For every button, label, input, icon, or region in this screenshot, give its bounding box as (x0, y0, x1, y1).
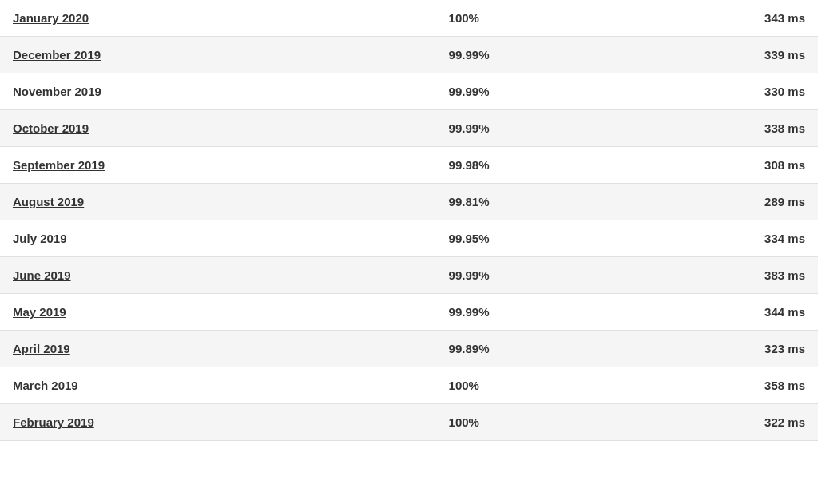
response-time-value: 343 ms (623, 11, 805, 25)
table-row: May 201999.99%344 ms (0, 294, 818, 331)
table-row: February 2019100%322 ms (0, 404, 818, 441)
month-link[interactable]: September 2019 (13, 158, 105, 172)
uptime-value: 99.81% (449, 195, 623, 208)
table-row: August 201999.81%289 ms (0, 184, 818, 220)
table-row: September 201999.98%308 ms (0, 147, 818, 184)
month-link[interactable]: August 2019 (13, 195, 84, 208)
response-time-value: 358 ms (623, 379, 805, 392)
response-time-value: 334 ms (623, 232, 805, 245)
month-link[interactable]: May 2019 (13, 305, 66, 319)
month-column: June 2019 (13, 268, 449, 282)
month-link[interactable]: March 2019 (13, 379, 78, 392)
month-link[interactable]: February 2019 (13, 415, 94, 429)
month-column: November 2019 (13, 85, 449, 98)
response-time-value: 322 ms (623, 415, 805, 429)
month-link[interactable]: January 2020 (13, 11, 89, 25)
uptime-value: 99.89% (449, 342, 623, 355)
uptime-value: 99.99% (449, 48, 623, 62)
uptime-value: 100% (449, 11, 623, 25)
table-row: December 201999.99%339 ms (0, 37, 818, 73)
uptime-value: 99.98% (449, 158, 623, 172)
month-link[interactable]: June 2019 (13, 268, 71, 282)
response-time-value: 383 ms (623, 268, 805, 282)
month-column: January 2020 (13, 11, 449, 25)
month-column: September 2019 (13, 158, 449, 172)
response-time-value: 344 ms (623, 305, 805, 319)
table-row: June 201999.99%383 ms (0, 257, 818, 294)
uptime-value: 99.99% (449, 268, 623, 282)
month-link[interactable]: November 2019 (13, 85, 101, 98)
month-column: April 2019 (13, 342, 449, 355)
table-row: April 201999.89%323 ms (0, 331, 818, 367)
response-time-value: 338 ms (623, 121, 805, 135)
month-column: February 2019 (13, 415, 449, 429)
table-row: July 201999.95%334 ms (0, 220, 818, 257)
table-row: January 2020100%343 ms (0, 0, 818, 37)
month-column: December 2019 (13, 48, 449, 62)
month-link[interactable]: December 2019 (13, 48, 101, 62)
table-row: November 201999.99%330 ms (0, 73, 818, 110)
table-row: March 2019100%358 ms (0, 367, 818, 404)
month-column: October 2019 (13, 121, 449, 135)
response-time-value: 308 ms (623, 158, 805, 172)
response-time-value: 330 ms (623, 85, 805, 98)
uptime-value: 99.99% (449, 121, 623, 135)
uptime-table: January 2020100%343 msDecember 201999.99… (0, 0, 818, 441)
month-link[interactable]: October 2019 (13, 121, 89, 135)
uptime-value: 99.99% (449, 305, 623, 319)
response-time-value: 323 ms (623, 342, 805, 355)
response-time-value: 339 ms (623, 48, 805, 62)
month-column: July 2019 (13, 232, 449, 245)
uptime-value: 100% (449, 379, 623, 392)
month-link[interactable]: July 2019 (13, 232, 67, 245)
month-column: March 2019 (13, 379, 449, 392)
response-time-value: 289 ms (623, 195, 805, 208)
uptime-value: 100% (449, 415, 623, 429)
table-row: October 201999.99%338 ms (0, 110, 818, 147)
uptime-value: 99.99% (449, 85, 623, 98)
month-link[interactable]: April 2019 (13, 342, 70, 355)
month-column: May 2019 (13, 305, 449, 319)
uptime-value: 99.95% (449, 232, 623, 245)
month-column: August 2019 (13, 195, 449, 208)
